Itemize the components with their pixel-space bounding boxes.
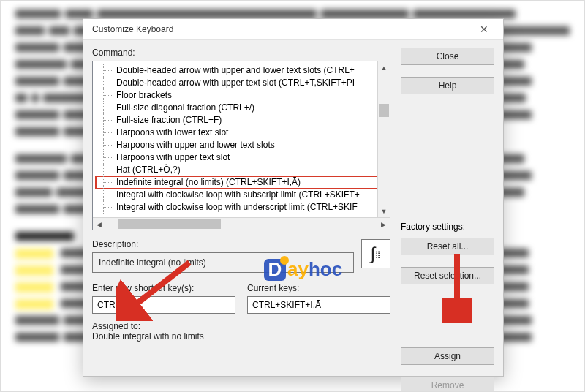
customize-keyboard-dialog: Customize Keyboard ✕ Command: Double-hea… <box>83 18 504 377</box>
command-label: Command: <box>92 48 390 58</box>
scrollbar-thumb[interactable] <box>379 104 389 117</box>
titlebar: Customize Keyboard ✕ <box>83 19 503 40</box>
command-tree-item[interactable]: Floor brackets <box>96 89 387 102</box>
command-tree-item[interactable]: Full-size fraction (CTRL+F) <box>96 114 387 127</box>
command-tree-item[interactable]: Harpoons with upper text slot <box>96 151 387 164</box>
command-tree[interactable]: Double-headed arrow with upper and lower… <box>92 61 390 230</box>
enter-shortcut-input[interactable] <box>92 296 235 314</box>
command-tree-item[interactable]: Full-size diagonal fraction (CTRL+/) <box>96 102 387 114</box>
remove-button[interactable]: Remove <box>401 377 494 392</box>
reset-all-button[interactable]: Reset all... <box>401 238 494 255</box>
scroll-left-icon[interactable]: ◀ <box>93 218 105 230</box>
command-tree-item[interactable]: Double-headed arrow with upper text slot… <box>96 77 387 89</box>
dialog-title: Customize Keyboard <box>92 24 173 34</box>
close-button[interactable]: Close <box>401 48 494 65</box>
vertical-scrollbar[interactable]: ▲ ▼ <box>377 61 390 217</box>
scroll-up-icon[interactable]: ▲ <box>378 61 390 74</box>
command-tree-item[interactable]: Harpoons with upper and lower text slots <box>96 139 387 151</box>
current-keys-input[interactable] <box>247 296 390 314</box>
hscrollbar-thumb[interactable] <box>118 219 221 229</box>
command-tree-item[interactable]: Integral with clockwise loop with subscr… <box>96 189 387 201</box>
command-tree-item[interactable]: Hat (CTRL+Ò,?) <box>96 164 387 176</box>
assigned-to-label: Assigned to: <box>92 321 390 331</box>
description-value: Indefinite integral (no limits) <box>92 252 354 273</box>
enter-shortcut-label: Enter new shortcut key(s): <box>92 283 235 293</box>
assigned-to-value: Double integral with no limits <box>92 331 390 342</box>
command-tree-item[interactable]: Integral with clockwise loop with unders… <box>96 201 387 214</box>
scroll-right-icon[interactable]: ▶ <box>377 218 390 230</box>
symbol-preview: ∫⣿ <box>361 239 390 268</box>
help-button[interactable]: Help <box>401 77 494 94</box>
horizontal-scrollbar[interactable]: ◀ ▶ <box>93 217 390 230</box>
description-label: Description: <box>92 239 354 249</box>
scroll-down-icon[interactable]: ▼ <box>378 205 390 217</box>
command-tree-item[interactable]: Double-headed arrow with upper and lower… <box>96 64 387 77</box>
command-tree-item[interactable]: Indefinite integral (no limits) (CTRL+SK… <box>96 176 387 189</box>
command-tree-item[interactable]: Harpoons with lower text slot <box>96 127 387 139</box>
assign-button[interactable]: Assign <box>401 347 494 365</box>
reset-selection-button[interactable]: Reset selection... <box>401 267 494 284</box>
factory-settings-label: Factory settings: <box>401 222 494 232</box>
close-icon[interactable]: ✕ <box>469 19 499 39</box>
current-keys-label: Current keys: <box>247 283 390 293</box>
